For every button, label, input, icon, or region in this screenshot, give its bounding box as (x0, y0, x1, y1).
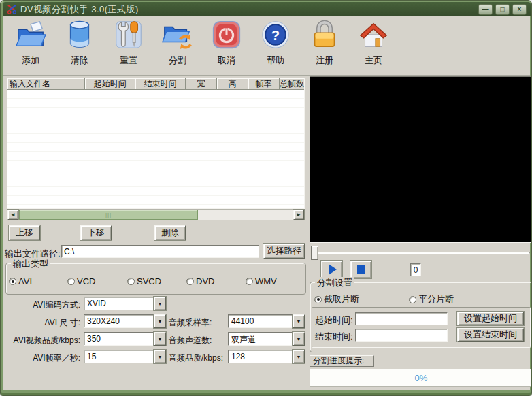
scrollbar-grip: ||| (105, 212, 112, 218)
app-window: DV视频分割快手 3.0(正式版) — □ × 添加 (0, 0, 532, 396)
avi-video-quality-combo[interactable]: 350 ▼ (84, 332, 166, 346)
scroll-right-arrow[interactable]: ► (293, 210, 304, 220)
col-input-filename[interactable]: 输入文件名 (7, 78, 85, 90)
radio-svcd[interactable]: SVCD (127, 276, 161, 286)
chevron-down-icon[interactable]: ▼ (154, 350, 166, 363)
delete-button[interactable]: 删除 (154, 225, 186, 240)
output-type-group-label: 输出类型 (11, 258, 50, 270)
split-button[interactable]: 分割 (153, 19, 202, 72)
app-icon (7, 4, 17, 14)
col-total-frames[interactable]: 总帧数 (280, 78, 304, 90)
avi-framerate-label: AVI帧率／秒: (3, 352, 80, 364)
col-width[interactable]: 宽 (186, 78, 217, 90)
maximize-button[interactable]: □ (495, 4, 510, 15)
stop-button[interactable] (350, 261, 371, 278)
avi-framerate-combo[interactable]: 15 ▼ (84, 350, 166, 363)
col-height[interactable]: 高 (217, 78, 249, 90)
play-button[interactable] (321, 261, 342, 278)
stop-icon (357, 265, 365, 274)
audio-quality-label: 音频品质/kbps: (169, 352, 226, 364)
audio-channels-combo[interactable]: 双声道 ▼ (228, 332, 305, 346)
chevron-down-icon[interactable]: ▼ (154, 314, 166, 328)
avi-size-label: AVI 尺 寸: (3, 317, 80, 329)
chevron-down-icon[interactable]: ▼ (154, 297, 166, 310)
title-bar[interactable]: DV视频分割快手 3.0(正式版) — □ × (3, 2, 531, 16)
slider-track[interactable] (312, 252, 530, 254)
clear-button[interactable]: 清除 (55, 19, 104, 72)
radio-dot (314, 296, 322, 303)
toolbar-label: 注册 (316, 54, 333, 67)
home-button[interactable]: 主页 (349, 19, 398, 72)
cancel-power-icon (211, 19, 242, 52)
move-down-button[interactable]: 下移 (80, 225, 112, 240)
chevron-down-icon[interactable]: ▼ (293, 350, 305, 363)
radio-wmv[interactable]: WMV (246, 276, 277, 286)
home-house-icon (358, 19, 389, 52)
radio-dot (246, 278, 253, 285)
audio-samplerate-combo[interactable]: 44100 ▼ (228, 314, 305, 328)
video-preview[interactable] (310, 76, 532, 243)
radio-equal-split[interactable]: 平分片断 (409, 293, 454, 306)
output-path-input[interactable] (61, 245, 259, 258)
start-time-label: 起始时间: (315, 314, 353, 327)
seek-slider[interactable] (310, 246, 531, 261)
scrollbar-thumb[interactable]: ||| (19, 210, 198, 220)
toolbar-label: 重置 (120, 54, 137, 67)
audio-quality-combo[interactable]: 128 ▼ (228, 350, 305, 363)
add-folder-icon (15, 19, 46, 52)
audio-channels-label: 音频声道数: (169, 335, 226, 346)
col-end-time[interactable]: 结束时间 (135, 78, 186, 90)
set-end-time-button[interactable]: 设置结束时间 (457, 328, 524, 342)
frame-counter: 0 (410, 263, 421, 276)
radio-dot (409, 296, 416, 303)
client-area: 添加 清除 (3, 16, 530, 390)
file-list-hscrollbar[interactable]: ◄ ||| ► (7, 209, 305, 220)
toolbar: 添加 清除 (3, 16, 530, 76)
split-folder-icon (162, 19, 193, 52)
minimize-button[interactable]: — (478, 4, 493, 15)
register-lock-icon (309, 19, 340, 52)
toolbar-label: 添加 (22, 54, 39, 67)
progress-label: 分割进度提示: (310, 355, 374, 367)
file-list: 输入文件名 起始时间 结束时间 宽 高 帧率 总帧数 (7, 78, 305, 209)
cancel-button[interactable]: 取消 (202, 19, 251, 72)
radio-avi[interactable]: AVI (9, 276, 32, 286)
play-icon (329, 264, 337, 275)
scrollbar-track[interactable]: ||| (18, 210, 293, 220)
avi-codec-combo[interactable]: XVID ▼ (84, 297, 166, 310)
slider-thumb[interactable] (311, 246, 318, 260)
register-button[interactable]: 注册 (300, 19, 349, 72)
avi-codec-label: AVI编码方式: (3, 299, 80, 311)
browse-path-button[interactable]: 选择路径 (263, 244, 305, 259)
radio-dot (67, 278, 75, 285)
radio-dot (127, 278, 135, 285)
reset-tools-icon (113, 19, 144, 52)
chevron-down-icon[interactable]: ▼ (293, 314, 305, 328)
file-list-body[interactable] (7, 90, 304, 208)
chevron-down-icon[interactable]: ▼ (293, 332, 305, 346)
help-button[interactable]: ? 帮助 (251, 19, 300, 72)
toolbar-label: 帮助 (267, 54, 284, 67)
radio-dvd[interactable]: DVD (186, 276, 214, 286)
avi-size-combo[interactable]: 320X240 ▼ (84, 314, 166, 328)
start-time-input[interactable] (355, 312, 448, 325)
split-settings-group-label: 分割设置 (315, 277, 354, 289)
progress-bar: 0% (310, 369, 532, 387)
avi-video-quality-label: AVI视频品质/kbps: (3, 335, 80, 346)
close-button[interactable]: × (512, 4, 527, 15)
add-button[interactable]: 添加 (6, 19, 55, 72)
reset-button[interactable]: 重置 (104, 19, 153, 72)
move-up-button[interactable]: 上移 (9, 225, 40, 240)
chevron-down-icon[interactable]: ▼ (154, 332, 166, 346)
radio-capture-segment[interactable]: 截取片断 (314, 293, 359, 306)
radio-vcd[interactable]: VCD (67, 276, 95, 286)
clear-icon (64, 19, 95, 52)
scroll-left-arrow[interactable]: ◄ (7, 210, 18, 220)
file-list-header: 输入文件名 起始时间 结束时间 宽 高 帧率 总帧数 (7, 78, 304, 90)
svg-text:?: ? (271, 28, 280, 43)
toolbar-label: 取消 (218, 54, 235, 67)
end-time-input[interactable] (355, 329, 448, 342)
col-framerate[interactable]: 帧率 (248, 78, 280, 90)
col-start-time[interactable]: 起始时间 (85, 78, 135, 90)
set-start-time-button[interactable]: 设置起始时间 (457, 312, 524, 325)
